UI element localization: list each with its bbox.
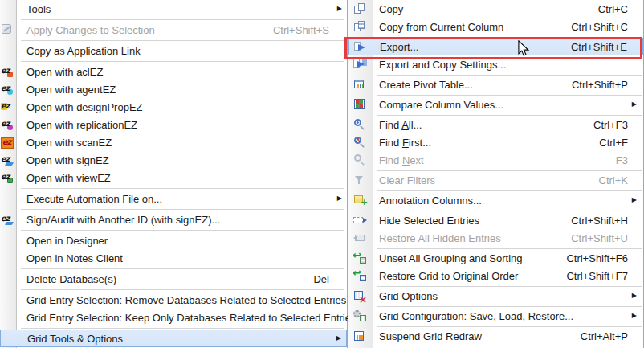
menu-item-label: Unset All Grouping and Sorting: [379, 252, 523, 264]
menu-item-annotation-columns[interactable]: Annotation Columns...: [348, 191, 643, 209]
menu-item-label: Open with designPropEZ: [26, 101, 143, 113]
grid-config-icon: [353, 309, 366, 322]
menu-item-grid-entry-selection-keep-only-databases-related[interactable]: Grid Entry Selection: Keep Only Database…: [0, 309, 347, 326]
menu-item-label: Open in Designer: [26, 235, 108, 247]
screen: ToolsApply Changes to SelectionCtrl+Shif…: [0, 0, 644, 348]
menu-item-open-with-signez[interactable]: Open with signEZ: [0, 151, 347, 169]
menu-items: ToolsApply Changes to SelectionCtrl+Shif…: [0, 0, 347, 347]
menu-item-restore-grid-to-original-order[interactable]: Restore Grid to Original OrderCtrl+Shift…: [348, 267, 643, 285]
pivot-table-icon: [353, 78, 366, 91]
restore-order-icon: [353, 269, 366, 282]
menu-item-label: Restore Grid to Original Order: [379, 270, 518, 282]
viewez-icon: [1, 171, 14, 184]
menu-item-shortcut: Ctrl+Shift+U: [571, 232, 628, 244]
submenu-arrow-icon: [632, 101, 637, 108]
menu-item-grid-configuration-save-load-restore[interactable]: Grid Configuration: Save, Load, Restore.…: [348, 307, 643, 325]
menu-item-grid-tools-options[interactable]: Grid Tools & Options: [0, 330, 347, 347]
suspend-redraw-icon: [353, 330, 366, 342]
menu-item-copy-as-application-link[interactable]: Copy as Application Link: [0, 42, 347, 59]
menu-item-shortcut: Ctrl+Alt+P: [581, 330, 628, 342]
menu-item-label: Grid Entry Selection: Keep Only Database…: [26, 312, 356, 324]
menu-item-open-with-scanez[interactable]: Open with scanEZ: [0, 133, 347, 151]
menu-item-label: Restore All Hidden Entries: [379, 232, 501, 244]
menu-item-tools[interactable]: Tools: [0, 0, 347, 18]
menu-item-open-with-agentez[interactable]: Open with agentEZ: [0, 80, 347, 98]
menu-item-label: Open in Notes Client: [26, 252, 123, 264]
menu-item-label: Suspend Grid Redraw: [379, 330, 482, 342]
signez-icon: [1, 154, 14, 166]
menu-item-label: Grid Configuration: Save, Load, Restore.…: [379, 310, 573, 322]
menu-item-label: Apply Changes to Selection: [26, 24, 155, 36]
menu-item-shortcut: Ctrl+F3: [593, 119, 628, 131]
menu-item-copy-from-current-column[interactable]: Copy from Current ColumnCtrl+Shift+C: [348, 18, 643, 35]
menu-item-label: Execute Automation File on...: [26, 193, 162, 205]
menu-item-apply-changes-to-selection: Apply Changes to SelectionCtrl+Shift+S: [0, 21, 347, 39]
menu-item-shortcut: Ctrl+K: [599, 174, 628, 186]
menu-item-shortcut: Ctrl+Shift+C: [571, 21, 628, 33]
menu-item-label: Clear Filters: [379, 174, 435, 186]
scanez-icon: [1, 137, 14, 149]
menu-item-shortcut: F3: [616, 154, 628, 166]
submenu-arrow-icon: [632, 293, 637, 299]
menu-item-delete-database-s[interactable]: Delete Database(s)Del: [0, 270, 347, 288]
menu-item-grid-options[interactable]: Grid Options: [348, 287, 643, 305]
menu-item-open-with-viewez[interactable]: Open with viewEZ: [0, 169, 347, 186]
menu-item-shortcut: Ctrl+Shift+F6: [566, 252, 628, 264]
menu-item-label: Copy: [379, 3, 403, 15]
menu-item-label: Open with agentEZ: [26, 84, 116, 96]
find-first-icon: [353, 136, 366, 149]
menu-item-copy[interactable]: CopyCtrl+C: [348, 0, 643, 18]
menu-item-unset-all-grouping-and-sorting[interactable]: Unset All Grouping and SortingCtrl+Shift…: [348, 249, 643, 267]
submenu-arrow-icon: [632, 313, 637, 319]
menu-item-find-first[interactable]: Find First...Ctrl+F: [348, 133, 643, 151]
menu-item-label: Grid Tools & Options: [27, 333, 123, 345]
submenu-arrow-icon: [632, 197, 637, 203]
menu-item-open-with-aclez[interactable]: Open with aclEZ: [0, 63, 347, 80]
find-next-icon: [353, 154, 366, 166]
database-context-menu: ToolsApply Changes to SelectionCtrl+Shif…: [0, 0, 348, 348]
menu-item-label: Open with aclEZ: [26, 66, 103, 78]
menu-item-label: Sign/Audit with Another ID (with signEZ)…: [26, 214, 220, 226]
menu-item-grid-entry-selection-remove-databases-related-to[interactable]: Grid Entry Selection: Remove Databases R…: [0, 291, 347, 309]
menu-item-sign-audit-with-another-id-with-signez[interactable]: Sign/Audit with Another ID (with signEZ)…: [0, 211, 347, 228]
submenu-arrow-icon: [337, 6, 342, 12]
menu-item-execute-automation-file-on[interactable]: Execute Automation File on...: [0, 190, 347, 207]
hide-entries-icon: [353, 214, 366, 227]
menu-item-shortcut: Ctrl+Shift+S: [273, 24, 329, 36]
menu-item-find-next: Find NextF3: [348, 151, 643, 169]
menu-item-shortcut: Ctrl+Shift+F7: [566, 270, 628, 282]
menu-item-compare-column-values[interactable]: Compare Column Values...: [348, 96, 643, 113]
menu-item-shortcut: Ctrl+Shift+P: [572, 79, 628, 91]
menu-item-open-in-notes-client[interactable]: Open in Notes Client: [0, 249, 347, 267]
copy-icon: [353, 2, 366, 15]
menu-item-label: Find First...: [379, 137, 431, 149]
unset-grouping-icon: [353, 252, 366, 264]
menu-item-label: Grid Entry Selection: Remove Databases R…: [26, 294, 346, 306]
export-settings-icon: [353, 58, 366, 71]
apply-changes-icon: [1, 23, 14, 36]
menu-item-label: Open with viewEZ: [26, 172, 111, 184]
menu-item-open-with-designpropez[interactable]: Open with designPropEZ: [0, 98, 347, 116]
menu-item-label: Export and Copy Settings...: [379, 59, 506, 71]
menu-item-hide-selected-entries[interactable]: Hide Selected EntriesCtrl+Shift+H: [348, 211, 643, 229]
menu-item-label: Hide Selected Entries: [379, 215, 479, 227]
menu-item-label: Tools: [26, 3, 51, 15]
menu-item-label: Delete Database(s): [26, 273, 116, 285]
menu-item-create-pivot-table[interactable]: Create Pivot Table...Ctrl+Shift+P: [348, 76, 643, 93]
menu-item-open-in-designer[interactable]: Open in Designer: [0, 231, 347, 249]
annotation-columns-icon: [353, 194, 366, 207]
menu-item-find-all[interactable]: Find All...Ctrl+F3: [348, 116, 643, 133]
copy-column-icon: [353, 20, 366, 33]
menu-item-label: Create Pivot Table...: [379, 79, 473, 91]
compare-columns-icon: [353, 98, 366, 111]
find-all-icon: [353, 118, 366, 131]
menu-item-label: Compare Column Values...: [379, 99, 503, 111]
designpropez-icon: [1, 100, 14, 113]
menu-item-label: Grid Options: [379, 290, 438, 302]
signez-icon: [1, 213, 14, 226]
menu-item-suspend-grid-redraw[interactable]: Suspend Grid RedrawCtrl+Alt+P: [348, 327, 643, 345]
submenu-arrow-icon: [337, 195, 342, 202]
menu-item-shortcut: Del: [313, 273, 329, 285]
menu-item-label: Open with replicationEZ: [26, 119, 137, 131]
menu-item-open-with-replicationez[interactable]: Open with replicationEZ: [0, 116, 347, 133]
